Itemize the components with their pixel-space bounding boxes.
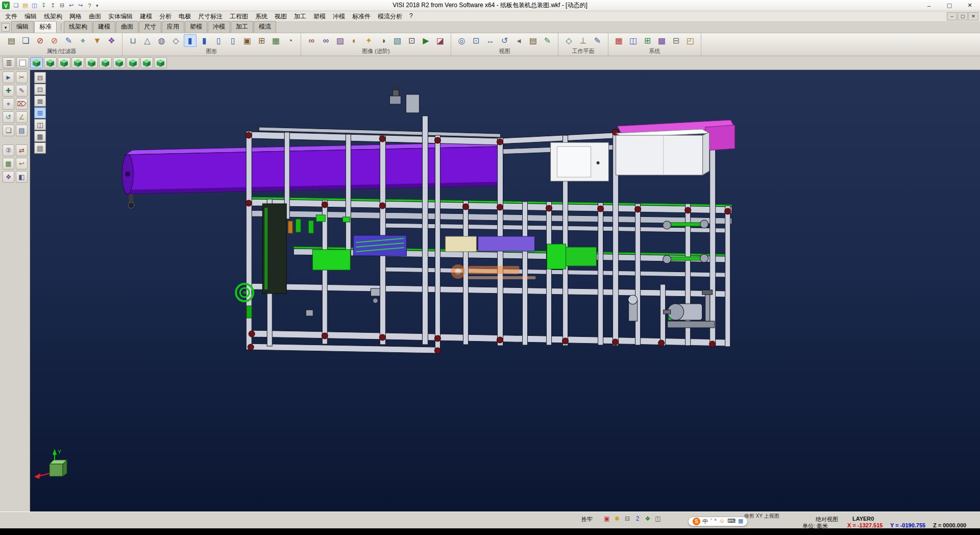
mdi-minimize-button[interactable]: – xyxy=(947,12,957,20)
menu-item[interactable]: 网格 xyxy=(66,11,85,22)
menu-item[interactable]: 电极 xyxy=(175,11,194,22)
select-icon[interactable]: ► xyxy=(3,71,14,83)
menu-item[interactable]: 模流分析 xyxy=(374,11,406,22)
multi-box-icon[interactable]: ⊞ xyxy=(255,34,268,47)
ime-fullwidth[interactable]: ° xyxy=(714,518,716,525)
workspace-icon[interactable]: ◰ xyxy=(684,34,697,47)
texture-icon[interactable]: ▨ xyxy=(334,34,347,47)
shadow-icon[interactable]: ◑ xyxy=(377,34,389,47)
animation-icon[interactable]: ▶ xyxy=(420,34,432,47)
pin-toggle[interactable]: 拴牢 xyxy=(581,516,593,523)
qat-dropdown-icon[interactable]: ▾ xyxy=(96,3,99,8)
mdi-maximize-button[interactable]: ▢ xyxy=(958,12,968,20)
menu-item[interactable]: 线架构 xyxy=(40,11,66,22)
mdi-close-button[interactable]: ✕ xyxy=(968,12,978,20)
rotate-icon[interactable]: ↺ xyxy=(3,111,14,123)
dim-2d-icon[interactable]: ② xyxy=(3,144,14,156)
tab[interactable]: 编辑 xyxy=(11,21,34,33)
snapshot-icon[interactable]: ⊡ xyxy=(405,34,418,47)
erase-icon[interactable]: ⌦ xyxy=(16,98,28,110)
wireframe-icon[interactable]: ◇ xyxy=(169,34,182,47)
zoom-window-icon[interactable]: ⊡ xyxy=(470,34,482,47)
render-mode3-icon[interactable]: ▯ xyxy=(212,34,225,47)
undo-history-icon[interactable]: ↩ xyxy=(16,158,28,169)
cylinder-icon[interactable]: ⊔ xyxy=(127,34,139,47)
workplane-icon[interactable]: ◇ xyxy=(562,34,575,47)
display-icon[interactable]: ◫ xyxy=(627,34,640,47)
snap-grid-icon[interactable]: ▩ xyxy=(655,34,668,47)
menu-item[interactable]: 系统 xyxy=(252,11,271,22)
menu-item[interactable]: 塑模 xyxy=(310,11,329,22)
funnel-icon[interactable]: ▼ xyxy=(91,34,104,47)
background-color-button[interactable] xyxy=(16,57,29,68)
render-mode2-icon[interactable]: ▮ xyxy=(198,34,211,47)
snap-icon[interactable]: ⌖ xyxy=(3,98,14,110)
view-cube-button[interactable] xyxy=(99,57,112,68)
layers-icon[interactable]: ▤ xyxy=(5,34,18,47)
copy-icon[interactable]: ❏ xyxy=(3,125,14,136)
save-icon[interactable]: ◫ xyxy=(30,1,39,10)
filter-meshes-icon[interactable]: ▦ xyxy=(34,131,46,142)
menu-item[interactable]: 建模 xyxy=(136,11,156,22)
maximize-button[interactable]: ▢ xyxy=(939,0,960,11)
stack-icon[interactable]: ▦ xyxy=(270,34,282,47)
filter-points-icon[interactable]: ⊡ xyxy=(34,84,46,95)
menu-item[interactable]: 尺寸标注 xyxy=(194,11,226,22)
alert-icon[interactable]: ✱ xyxy=(612,515,622,523)
render-mode4-icon[interactable]: ▯ xyxy=(227,34,239,47)
settings-grid-icon[interactable]: ⊞ xyxy=(641,34,654,47)
pan-icon[interactable]: ↔ xyxy=(484,34,497,47)
tab[interactable]: 建模 xyxy=(93,21,115,33)
move-icon[interactable]: ✚ xyxy=(3,85,14,96)
grid-icon[interactable]: ▦ xyxy=(3,158,14,169)
undo-icon[interactable]: ↩ xyxy=(67,1,76,10)
color-palette-icon[interactable]: ▦ xyxy=(612,34,625,47)
menu-item[interactable]: 分析 xyxy=(156,11,175,22)
ime-lang-mode[interactable]: 中 xyxy=(702,518,708,525)
workplane-axis-icon[interactable]: ⊥ xyxy=(577,34,590,47)
render-mode-icon[interactable]: ▮ xyxy=(184,34,197,47)
previous-view-icon[interactable]: ◂ xyxy=(512,34,525,47)
ime-punct[interactable]: ’ xyxy=(710,518,712,525)
view-cube-button[interactable] xyxy=(127,57,139,68)
tab-dropdown-icon[interactable]: ▾ xyxy=(2,23,10,32)
rotate-view-icon[interactable]: ↺ xyxy=(498,34,511,47)
filter-all-icon[interactable]: ⊟ xyxy=(34,72,46,83)
measure-icon[interactable]: ∠ xyxy=(16,111,28,123)
filter-solids-icon[interactable]: ⊞ xyxy=(34,107,46,118)
redo-icon[interactable]: ↪ xyxy=(76,1,85,10)
menu-item[interactable]: 加工 xyxy=(290,11,310,22)
view-menu-button[interactable]: ☰ xyxy=(3,57,15,68)
viewport-3d[interactable]: ⊟⊡⊠⊞◫▦▤ xyxy=(30,70,980,512)
color-filter-icon[interactable]: ❖ xyxy=(105,34,118,47)
mirror-icon[interactable]: ⇄ xyxy=(16,144,28,156)
menu-item[interactable]: 标准件 xyxy=(349,11,374,22)
menu-item[interactable]: ? xyxy=(406,11,416,22)
sketch-icon[interactable]: ✎ xyxy=(16,85,28,96)
filter-element-icon[interactable]: ⊘ xyxy=(48,34,61,47)
menu-item[interactable]: 冲模 xyxy=(329,11,349,22)
menu-item[interactable]: 文件 xyxy=(2,11,21,22)
count-badge[interactable]: 2 xyxy=(633,515,642,523)
ime-toolbar[interactable]: S 中’°☺⌨▦ xyxy=(688,517,748,526)
filter-surfaces-icon[interactable]: ◫ xyxy=(34,119,46,130)
grid-status-icon[interactable]: ◫ xyxy=(653,515,663,523)
view-cube-button[interactable] xyxy=(71,57,84,68)
help-icon[interactable]: ? xyxy=(85,1,94,10)
menu-item[interactable]: 视图 xyxy=(271,11,290,22)
tab[interactable]: 应用 xyxy=(162,21,184,33)
shaded-view-icon[interactable]: ◍ xyxy=(155,34,168,47)
close-button[interactable]: ✕ xyxy=(960,0,980,11)
view-cube-button[interactable] xyxy=(140,57,153,68)
tab[interactable]: 加工 xyxy=(231,21,253,33)
new-doc-icon[interactable]: ❏ xyxy=(12,1,20,10)
section-view-icon[interactable]: ◪ xyxy=(434,34,447,47)
tab[interactable]: 线架构 xyxy=(64,21,92,33)
stereo-glasses2-icon[interactable]: ∞ xyxy=(320,34,332,47)
tab[interactable]: 塑模 xyxy=(185,21,207,33)
menu-item[interactable]: 编辑 xyxy=(21,11,40,22)
filter-off-icon[interactable]: ⊘ xyxy=(34,34,46,47)
tab[interactable]: 标准 xyxy=(34,21,57,33)
view-cube-iso-button[interactable] xyxy=(30,57,43,68)
calculator-icon[interactable]: ⊟ xyxy=(670,34,682,47)
